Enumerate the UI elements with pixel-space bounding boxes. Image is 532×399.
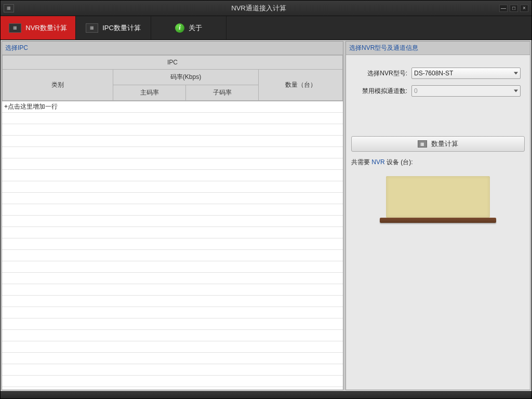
result-prefix: 共需要 bbox=[351, 158, 371, 166]
calculator-icon: ▦ bbox=[86, 23, 98, 33]
col-sub-stream: 子码率 bbox=[186, 85, 259, 101]
table-row[interactable] bbox=[2, 204, 343, 216]
content-area: 选择IPC IPC 类别 码率(Kbps) 数量（台） 主码率 子码率 bbox=[1, 40, 531, 391]
statusbar bbox=[1, 391, 531, 398]
disable-analog-value: 0 bbox=[414, 87, 418, 95]
col-category: 类别 bbox=[3, 70, 113, 101]
add-row-label: +点击这里增加一行 bbox=[4, 102, 58, 111]
app-window: ▦ NVR通道接入计算 — □ × ▦ NVR数量计算 ▦ IPC数量计算 i … bbox=[0, 0, 532, 399]
col-main-stream: 主码率 bbox=[113, 85, 186, 101]
table-row[interactable] bbox=[2, 364, 343, 376]
left-pane: 选择IPC IPC 类别 码率(Kbps) 数量（台） 主码率 子码率 bbox=[2, 41, 343, 390]
col-bitrate-group: 码率(Kbps) bbox=[113, 70, 259, 85]
disable-analog-label: 禁用模拟通道数: bbox=[355, 87, 407, 96]
col-group-ipc: IPC bbox=[3, 56, 343, 70]
device-base bbox=[380, 218, 496, 223]
result-suffix: 设备 (台): bbox=[387, 158, 413, 166]
calculator-icon: ▦ bbox=[9, 23, 21, 33]
form-row-disable-analog: 禁用模拟通道数: 0 bbox=[355, 85, 521, 97]
app-icon: ▦ bbox=[4, 4, 14, 12]
chevron-down-icon bbox=[514, 90, 518, 92]
tab-ipc-count[interactable]: ▦ IPC数量计算 bbox=[76, 16, 151, 39]
maximize-button[interactable]: □ bbox=[510, 5, 518, 12]
result-text: 共需要 NVR 设备 (台): bbox=[346, 155, 530, 170]
disable-analog-select: 0 bbox=[411, 85, 521, 97]
device-board bbox=[386, 176, 490, 218]
model-select[interactable]: DS-7608N-ST bbox=[411, 68, 521, 79]
table-row[interactable] bbox=[2, 273, 343, 284]
table-row[interactable] bbox=[2, 136, 343, 147]
table-row[interactable] bbox=[2, 238, 343, 250]
table-row[interactable] bbox=[2, 341, 343, 353]
table-row[interactable] bbox=[2, 124, 343, 136]
model-label: 选择NVR型号: bbox=[355, 69, 407, 78]
table-row[interactable] bbox=[2, 250, 343, 261]
result-link: NVR bbox=[371, 158, 384, 166]
tab-about[interactable]: i 关于 bbox=[151, 16, 227, 39]
nvr-form: 选择NVR型号: DS-7608N-ST 禁用模拟通道数: 0 bbox=[346, 55, 530, 112]
table-row[interactable] bbox=[2, 113, 343, 124]
table-row[interactable] bbox=[2, 261, 343, 273]
calculate-button-label: 数量计算 bbox=[431, 139, 458, 149]
model-value: DS-7608N-ST bbox=[414, 70, 453, 77]
table-row[interactable] bbox=[2, 147, 343, 158]
right-pane: 选择NVR型号及通道信息 选择NVR型号: DS-7608N-ST 禁用模拟通道… bbox=[345, 41, 530, 390]
info-icon: i bbox=[175, 23, 184, 33]
table-row[interactable] bbox=[2, 216, 343, 227]
tab-nvr-count[interactable]: ▦ NVR数量计算 bbox=[1, 16, 76, 39]
table-row[interactable] bbox=[2, 353, 343, 364]
titlebar: ▦ NVR通道接入计算 — □ × bbox=[1, 1, 531, 16]
device-illustration bbox=[386, 176, 490, 223]
tab-label: IPC数量计算 bbox=[102, 23, 141, 33]
window-title: NVR通道接入计算 bbox=[18, 4, 499, 13]
tab-label: NVR数量计算 bbox=[25, 23, 66, 33]
tabbar: ▦ NVR数量计算 ▦ IPC数量计算 i 关于 bbox=[1, 16, 531, 40]
calculate-button[interactable]: ▦ 数量计算 bbox=[351, 136, 525, 152]
table-row[interactable] bbox=[2, 307, 343, 318]
add-row-button[interactable]: +点击这里增加一行 bbox=[2, 101, 343, 113]
right-pane-header: 选择NVR型号及通道信息 bbox=[346, 42, 530, 55]
table-row[interactable] bbox=[2, 318, 343, 330]
table-row[interactable] bbox=[2, 296, 343, 307]
table-row[interactable] bbox=[2, 284, 343, 296]
left-pane-header: 选择IPC bbox=[2, 42, 343, 55]
close-button[interactable]: × bbox=[520, 5, 528, 12]
table-row[interactable] bbox=[2, 170, 343, 181]
tab-label: 关于 bbox=[189, 23, 202, 33]
form-row-model: 选择NVR型号: DS-7608N-ST bbox=[355, 68, 521, 79]
calculator-icon: ▦ bbox=[418, 140, 427, 148]
table-row[interactable] bbox=[2, 181, 343, 193]
chevron-down-icon bbox=[514, 72, 518, 75]
col-quantity: 数量（台） bbox=[259, 70, 343, 101]
table-row[interactable] bbox=[2, 227, 343, 238]
table-row[interactable] bbox=[2, 376, 343, 387]
table-row[interactable] bbox=[2, 193, 343, 204]
table-row[interactable] bbox=[2, 330, 343, 341]
minimize-button[interactable]: — bbox=[499, 5, 508, 12]
table-row[interactable] bbox=[2, 158, 343, 170]
window-controls: — □ × bbox=[499, 5, 528, 12]
ipc-table-header: IPC 类别 码率(Kbps) 数量（台） 主码率 子码率 bbox=[2, 55, 343, 101]
ipc-grid: +点击这里增加一行 bbox=[2, 101, 343, 390]
